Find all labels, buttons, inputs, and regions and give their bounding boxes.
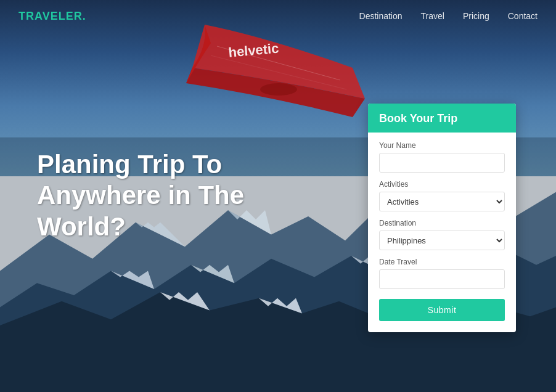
booking-card-title: Book Your Trip: [379, 112, 505, 125]
brand-logo: TRAVELER.: [18, 10, 86, 23]
destination-field-group: Destination Philippines Japan France Ita…: [379, 219, 505, 250]
nav-item-pricing[interactable]: Pricing: [463, 10, 489, 22]
hero-headline: Planing Trip To Anywhere in The World?: [37, 149, 296, 242]
hero-section: Planing Trip To Anywhere in The World?: [37, 149, 296, 242]
name-field-group: Your Name: [379, 141, 505, 173]
svg-point-13: [260, 83, 297, 96]
nav-link-destination[interactable]: Destination: [359, 11, 403, 21]
booking-card-header: Book Your Trip: [368, 104, 516, 133]
name-label: Your Name: [379, 141, 505, 150]
nav-link-travel[interactable]: Travel: [421, 11, 444, 21]
activities-select[interactable]: Activities Adventure Beach Cultural Natu…: [379, 192, 505, 211]
activities-field-group: Activities Activities Adventure Beach Cu…: [379, 180, 505, 211]
brand-dot: .: [83, 10, 86, 22]
nav-item-contact[interactable]: Contact: [508, 10, 538, 22]
nav-link-contact[interactable]: Contact: [508, 11, 538, 21]
destination-label: Destination: [379, 219, 505, 227]
nav-menu: Destination Travel Pricing Contact: [359, 10, 538, 22]
brand-name: TRAVELER: [18, 10, 83, 22]
navbar: TRAVELER. Destination Travel Pricing Con…: [0, 0, 556, 32]
date-field-group: Date Travel: [379, 258, 505, 289]
booking-card: Book Your Trip Your Name Activities Acti…: [368, 104, 516, 332]
nav-item-travel[interactable]: Travel: [421, 10, 444, 22]
date-label: Date Travel: [379, 258, 505, 266]
nav-link-pricing[interactable]: Pricing: [463, 11, 489, 21]
destination-select[interactable]: Philippines Japan France Italy USA Thail…: [379, 231, 505, 250]
submit-button[interactable]: Submit: [379, 299, 505, 321]
activities-label: Activities: [379, 180, 505, 189]
nav-item-destination[interactable]: Destination: [359, 10, 403, 22]
booking-card-body: Your Name Activities Activities Adventur…: [368, 133, 516, 332]
date-input[interactable]: [379, 269, 505, 289]
name-input[interactable]: [379, 153, 505, 173]
